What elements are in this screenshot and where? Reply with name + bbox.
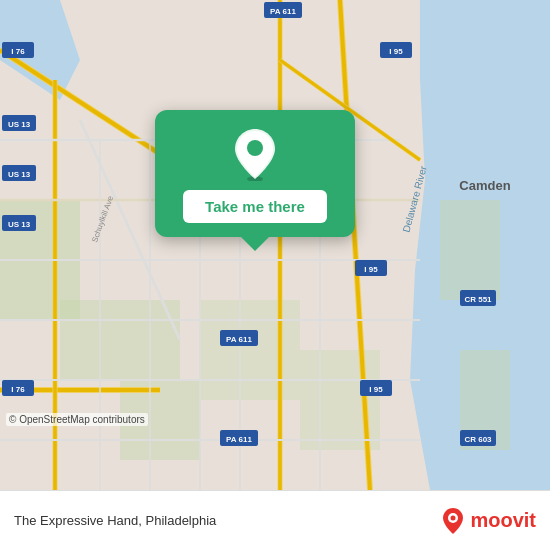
moovit-brand-name: moovit [470, 509, 536, 532]
popup-card: Take me there [155, 110, 355, 237]
moovit-pin-icon [442, 507, 464, 535]
svg-text:US 13: US 13 [8, 120, 31, 129]
bottom-bar: The Expressive Hand, Philadelphia moovit [0, 490, 550, 550]
location-label: The Expressive Hand, Philadelphia [14, 513, 216, 528]
location-pin-icon [229, 128, 281, 180]
take-me-there-button[interactable]: Take me there [183, 190, 327, 223]
svg-text:PA 611: PA 611 [226, 335, 252, 344]
osm-attribution: © OpenStreetMap contributors [6, 413, 148, 426]
svg-text:Camden: Camden [459, 178, 510, 193]
moovit-logo: moovit [442, 507, 536, 535]
svg-text:I 95: I 95 [389, 47, 403, 56]
svg-text:I 95: I 95 [364, 265, 378, 274]
svg-text:US 13: US 13 [8, 220, 31, 229]
svg-rect-8 [440, 200, 500, 300]
svg-text:I 76: I 76 [11, 47, 25, 56]
svg-rect-4 [60, 300, 180, 380]
svg-text:I 76: I 76 [11, 385, 25, 394]
svg-rect-5 [200, 300, 300, 400]
svg-text:I 95: I 95 [369, 385, 383, 394]
svg-text:PA 611: PA 611 [226, 435, 252, 444]
svg-text:CR 551: CR 551 [464, 295, 492, 304]
svg-point-64 [247, 140, 263, 156]
svg-text:PA 611: PA 611 [270, 7, 296, 16]
svg-text:US 13: US 13 [8, 170, 31, 179]
svg-text:CR 603: CR 603 [464, 435, 492, 444]
svg-point-66 [451, 515, 456, 520]
map-container: I 76 US 13 US 13 US 13 PA 611 PA 611 PA … [0, 0, 550, 490]
